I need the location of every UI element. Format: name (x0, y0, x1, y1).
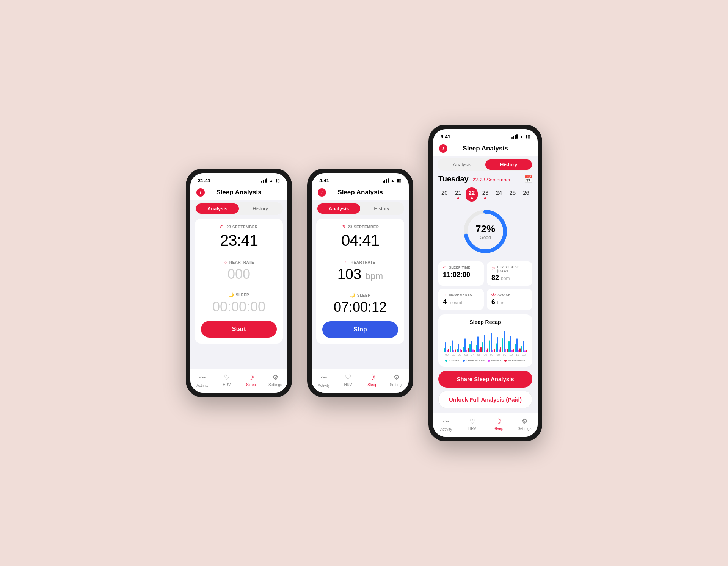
bar-4-2 (472, 349, 474, 352)
bar-6-3 (487, 348, 488, 352)
sleep-icon-1: 🌙 (229, 292, 234, 297)
bar-7-2 (492, 350, 493, 352)
bar-group-5 (476, 336, 482, 352)
settings-icon-3: ⚙ (522, 417, 528, 425)
signal-bars-3 (511, 134, 518, 139)
bar-8-3 (500, 347, 501, 352)
nav-activity-1[interactable]: 〜 Activity (190, 373, 215, 388)
day-header-3: Tuesday 22-23 September 📅 (438, 175, 532, 183)
nav-settings-1[interactable]: ⚙ Settings (263, 373, 287, 388)
status-time-3: 9:41 (441, 134, 450, 139)
bar-group-4 (469, 341, 475, 352)
bar-group-8 (496, 337, 501, 352)
date-text-2: 23 SEPTEMBER (348, 225, 379, 229)
nav-sleep-3[interactable]: ☽ Sleep (485, 417, 511, 432)
bar-group-2 (457, 344, 462, 352)
bar-7-0 (489, 340, 490, 352)
date-pill-20[interactable]: 20 (438, 187, 451, 202)
tab-analysis-2[interactable]: Analysis (317, 203, 360, 214)
awake-value: 6 tms (491, 298, 504, 306)
battery-icon-3: ▮▯ (526, 134, 530, 139)
activity-icon-2: 〜 (320, 373, 327, 382)
info-icon-1[interactable]: i (196, 188, 205, 197)
bar-12-2 (524, 350, 526, 352)
nav-settings-2[interactable]: ⚙ Settings (384, 373, 409, 388)
nav-hrv-2[interactable]: ♡ HRV (336, 373, 360, 388)
stat-awake: 👁 AWAKE 6 tms (487, 289, 532, 310)
bpm-unit-2: bpm (366, 271, 383, 281)
bar-1-1 (452, 340, 453, 352)
nav-hrv-1[interactable]: ♡ HRV (215, 373, 239, 388)
nav-sleep-2[interactable]: ☽ Sleep (360, 373, 384, 388)
date-pill-25[interactable]: 25 (506, 187, 519, 202)
calendar-icon-3[interactable]: 📅 (524, 175, 532, 183)
nav-label-sleep-3: Sleep (494, 427, 504, 431)
hr-value-2: 103 bpm (322, 266, 398, 283)
share-button[interactable]: Share Sleep Analysis (438, 371, 532, 388)
bar-chart (444, 329, 527, 352)
bar-11-2 (518, 350, 519, 352)
tab-analysis-1[interactable]: Analysis (196, 203, 239, 214)
tab-history-2[interactable]: History (360, 203, 403, 214)
bar-group-10 (508, 336, 514, 352)
activity-icon-1: 〜 (199, 373, 206, 382)
bar-8-1 (497, 337, 498, 352)
nav-hrv-3[interactable]: ♡ HRV (459, 417, 485, 432)
big-time-2: 04:41 (322, 231, 398, 250)
heart-icon-1: ♡ (224, 260, 228, 265)
bottom-nav-3: 〜 Activity ♡ HRV ☽ Sleep ⚙ Settings (433, 413, 538, 437)
wifi-icon-2: ▲ (391, 178, 395, 183)
date-text-1: 23 SEPTEMBER (226, 225, 257, 229)
hrv-icon-3: ♡ (469, 417, 475, 425)
bar-6-1 (484, 335, 485, 352)
x-label-03: 03 (463, 353, 469, 356)
x-label-02: 02 (457, 353, 463, 356)
activity-icon-3: 〜 (443, 417, 450, 426)
status-time-2: 4:41 (319, 178, 329, 183)
bar-2-1 (458, 344, 459, 352)
date-pill-26[interactable]: 26 (520, 187, 532, 202)
bar-12-1 (523, 341, 524, 352)
bar-6-0 (482, 342, 483, 352)
tab-history-3[interactable]: History (485, 159, 532, 170)
unlock-button[interactable]: Unlock Full Analysis (Paid) (438, 391, 532, 408)
nav-activity-3[interactable]: 〜 Activity (433, 417, 459, 432)
sleep-value-2: 07:00:12 (322, 299, 398, 315)
big-time-1: 23:41 (201, 231, 277, 250)
x-label-05: 05 (476, 353, 482, 356)
info-icon-2[interactable]: i (318, 188, 326, 197)
nav-label-hrv-2: HRV (344, 383, 352, 387)
bar-1-0 (450, 346, 451, 352)
heart-stat-icon: ♡ (491, 267, 495, 272)
battery-icon-2: ▮▯ (397, 178, 401, 183)
circle-percent: 72% (475, 223, 495, 235)
info-icon-3[interactable]: i (439, 144, 447, 153)
divider-1b (195, 288, 283, 288)
divider-2a (316, 255, 404, 255)
bar-5-1 (477, 336, 479, 352)
nav-settings-3[interactable]: ⚙ Settings (511, 417, 538, 432)
status-bar-1: 21:41 ▲ ▮▯ (190, 173, 287, 186)
nav-sleep-1[interactable]: ☽ Sleep (239, 373, 263, 388)
bar-group-12 (521, 341, 527, 352)
date-pill-22[interactable]: 22 (466, 187, 478, 202)
nav-activity-2[interactable]: 〜 Activity (312, 373, 336, 388)
movement-stat-icon: ↔ (443, 292, 447, 297)
signal-bars-2 (383, 178, 389, 183)
start-button-1[interactable]: Start (201, 321, 277, 338)
movements-label: MOVEMENTS (449, 293, 472, 297)
sleep-nav-icon-1: ☽ (248, 373, 254, 382)
status-icons-3: ▲ ▮▯ (511, 134, 530, 139)
phone-3: 9:41 ▲ ▮▯ i (428, 125, 542, 441)
tab-analysis-3[interactable]: Analysis (439, 159, 485, 170)
tab-history-1[interactable]: History (239, 203, 282, 214)
bar-9-0 (502, 338, 503, 352)
bar-2-2 (460, 349, 461, 352)
nav-label-activity-2: Activity (318, 383, 330, 388)
date-pill-23[interactable]: 23 (479, 187, 492, 202)
stop-button-2[interactable]: Stop (322, 321, 398, 338)
stat-sleep-time: ⏱ SLEEP TIME 11:02:00 (438, 261, 484, 286)
date-pill-21[interactable]: 21 (452, 187, 464, 202)
x-label-10: 10 (508, 353, 514, 356)
date-pill-24[interactable]: 24 (493, 187, 505, 202)
